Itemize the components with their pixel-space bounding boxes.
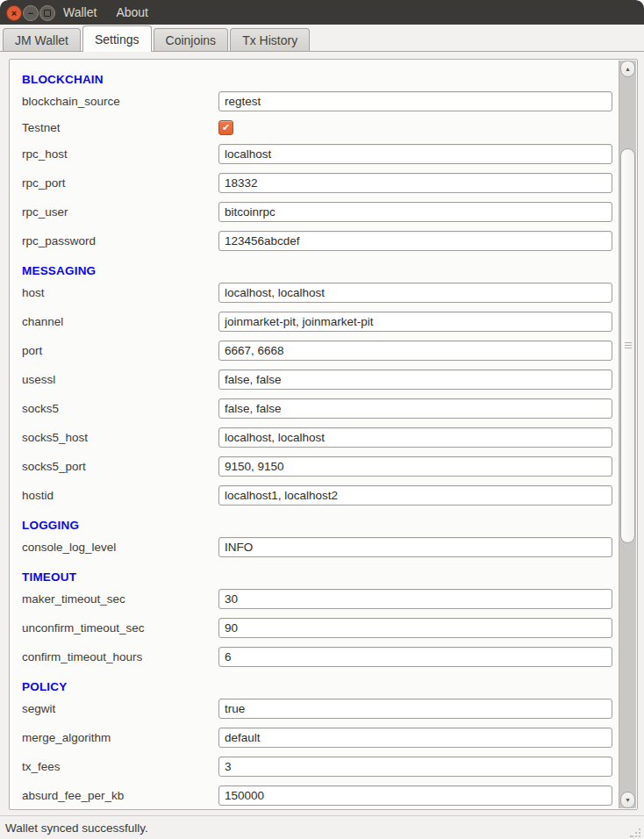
menu-wallet[interactable]: Wallet: [63, 5, 97, 19]
form-row: channel: [22, 312, 619, 332]
minimize-button[interactable]: −: [23, 5, 39, 21]
field-input-blockchain_source[interactable]: [218, 91, 612, 111]
field-input-rpc_user[interactable]: [218, 202, 612, 222]
field-label: usessl: [22, 373, 218, 386]
menu-bar: Wallet About: [63, 0, 148, 25]
form-row: absurd_fee_per_kb: [22, 785, 619, 806]
check-icon: ✔: [222, 123, 230, 133]
form-row: confirm_timeout_hours: [22, 647, 619, 667]
field-label: confirm_timeout_hours: [22, 650, 218, 663]
field-label: merge_algorithm: [22, 731, 218, 744]
form-row: port: [22, 341, 619, 361]
scroll-up-button[interactable]: ▲: [620, 61, 635, 77]
field-label: blockchain_source: [22, 95, 218, 108]
maximize-button[interactable]: [39, 5, 55, 21]
field-label: socks5_port: [22, 460, 218, 473]
close-icon: ×: [11, 9, 17, 18]
field-input-maker_timeout_sec[interactable]: [218, 589, 612, 609]
form-row: merge_algorithm: [22, 728, 619, 748]
form-row: rpc_password: [22, 231, 619, 251]
field-label: console_log_level: [22, 541, 218, 554]
field-input-absurd_fee_per_kb[interactable]: [218, 785, 612, 806]
form-row: rpc_port: [22, 173, 619, 193]
field-label: tx_fees: [22, 760, 218, 773]
field-label: rpc_user: [22, 205, 218, 219]
field-input-rpc_password[interactable]: [218, 231, 612, 251]
maximize-icon: [44, 10, 51, 17]
form-row: socks5: [22, 398, 619, 419]
scrollbar-grip-icon: [625, 342, 632, 349]
form-row: console_log_level: [22, 537, 619, 557]
field-label: rpc_host: [22, 147, 218, 161]
field-label: absurd_fee_per_kb: [22, 789, 218, 802]
field-input-host[interactable]: [218, 283, 612, 303]
testnet-checkbox[interactable]: ✔: [218, 120, 233, 135]
form-row: host: [22, 283, 619, 303]
field-input-unconfirm_timeout_sec[interactable]: [218, 618, 612, 638]
menu-about[interactable]: About: [116, 5, 148, 19]
app-window: × − Wallet About JM Wallet Settings Coin…: [0, 0, 644, 839]
section-header: MESSAGING: [22, 260, 619, 283]
section-header: LOGGING: [22, 514, 619, 537]
field-label: hostid: [22, 489, 218, 502]
field-label: channel: [22, 315, 218, 328]
field-label: host: [22, 286, 218, 299]
field-label: unconfirm_timeout_sec: [22, 621, 218, 635]
form-row: segwit: [22, 699, 619, 719]
field-label: maker_timeout_sec: [22, 592, 218, 606]
section-header: BLOCKCHAIN: [22, 68, 619, 91]
titlebar: × − Wallet About: [0, 0, 644, 25]
settings-scroll-area: BLOCKCHAINblockchain_sourceTestnet✔rpc_h…: [9, 59, 638, 810]
scrollbar[interactable]: ▲ ▼: [619, 61, 636, 808]
tab-coinjoins[interactable]: Coinjoins: [154, 28, 229, 51]
field-input-socks5[interactable]: [218, 398, 612, 419]
minimize-icon: −: [28, 9, 33, 18]
form-row: blockchain_source: [22, 91, 619, 111]
field-label: socks5_host: [22, 431, 218, 444]
field-label: port: [22, 344, 218, 357]
section-header: POLICY: [22, 676, 619, 699]
form-row: maker_timeout_sec: [22, 589, 619, 609]
close-button[interactable]: ×: [6, 5, 22, 21]
scroll-up-icon: ▲: [625, 66, 631, 72]
tab-settings[interactable]: Settings: [82, 25, 152, 52]
tab-tx-history[interactable]: Tx History: [230, 28, 310, 51]
form-row: rpc_host: [22, 144, 619, 164]
form-row: socks5_host: [22, 427, 619, 448]
form-row: hostid: [22, 485, 619, 506]
field-input-rpc_port[interactable]: [218, 173, 612, 193]
section-header: TIMEOUT: [22, 566, 619, 589]
field-input-hostid[interactable]: [218, 485, 612, 506]
field-input-merge_algorithm[interactable]: [218, 728, 612, 748]
field-label: socks5: [22, 402, 218, 415]
field-input-socks5_port[interactable]: [218, 456, 612, 477]
field-input-channel[interactable]: [218, 312, 612, 332]
field-input-rpc_host[interactable]: [218, 144, 612, 164]
tab-jm-wallet[interactable]: JM Wallet: [3, 28, 81, 51]
field-input-segwit[interactable]: [218, 699, 612, 719]
tab-bar: JM Wallet Settings Coinjoins Tx History: [0, 25, 644, 52]
status-text: Wallet synced successfully.: [5, 821, 148, 835]
form-row: unconfirm_timeout_sec: [22, 618, 619, 638]
scrollbar-thumb[interactable]: [620, 148, 635, 543]
field-input-port[interactable]: [218, 341, 612, 361]
field-label: segwit: [22, 702, 218, 715]
field-label: rpc_port: [22, 176, 218, 190]
field-input-usessl[interactable]: [218, 369, 612, 390]
settings-form: BLOCKCHAINblockchain_sourceTestnet✔rpc_h…: [10, 60, 619, 810]
field-input-confirm_timeout_hours[interactable]: [218, 647, 612, 667]
form-row: tx_fees: [22, 757, 619, 777]
field-input-tx_fees[interactable]: [218, 757, 612, 777]
scroll-down-button[interactable]: ▼: [620, 792, 635, 808]
form-row: usessl: [22, 369, 619, 390]
resize-grip-icon[interactable]: [630, 825, 642, 837]
scroll-down-icon: ▼: [625, 797, 631, 803]
form-row: rpc_user: [22, 202, 619, 222]
form-row: socks5_port: [22, 456, 619, 477]
form-row: Testnet✔: [22, 120, 619, 135]
field-input-console_log_level[interactable]: [218, 537, 612, 557]
status-bar: Wallet synced successfully.: [0, 815, 644, 839]
field-label: rpc_password: [22, 234, 218, 247]
field-label: Testnet: [22, 121, 218, 134]
field-input-socks5_host[interactable]: [218, 427, 612, 448]
